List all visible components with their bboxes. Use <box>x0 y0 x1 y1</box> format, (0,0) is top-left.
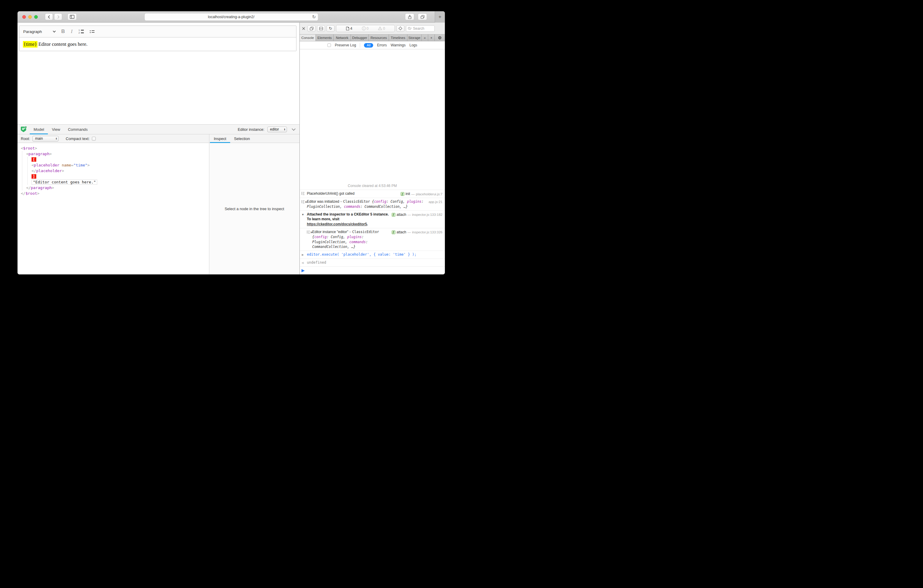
message-icon-cell: ▶ <box>302 199 305 204</box>
tree-node[interactable]: <paragraph> <box>18 151 209 157</box>
reload-page-button[interactable]: ↻ <box>327 25 335 32</box>
log-stack-icon <box>307 230 310 234</box>
disclosure-expanded-icon[interactable]: ▼ <box>302 213 304 217</box>
tree-node[interactable]: <$root> <box>18 145 209 151</box>
message-text: Attached the inspector to a CKEditor 5 i… <box>307 212 390 227</box>
placeholder-chip[interactable]: {time} <box>23 41 38 48</box>
indent-guide <box>22 151 22 191</box>
search-input[interactable]: Search <box>406 25 435 32</box>
tree-node[interactable]: </$root> <box>18 191 209 196</box>
editor-instance-select[interactable]: editor ▲▼ <box>267 126 287 132</box>
tab-overflow-button[interactable]: » <box>422 34 428 41</box>
console-prompt[interactable]: ▶ <box>300 267 445 274</box>
back-button[interactable] <box>45 13 53 20</box>
tab-timelines[interactable]: Timelines <box>389 34 407 41</box>
browser-window: localhost/creating-a-plugin2/ ↻ + Paragr… <box>18 11 445 274</box>
ckeditor-logo-icon: 5 <box>20 126 27 133</box>
tab-storage[interactable]: Storage <box>407 34 422 41</box>
preserve-log-checkbox[interactable] <box>327 43 331 47</box>
gear-icon <box>438 36 442 40</box>
address-bar[interactable]: localhost/creating-a-plugin2/ ↻ <box>144 13 318 21</box>
reload-icon[interactable]: ↻ <box>312 14 316 20</box>
bold-button[interactable]: B <box>61 28 65 34</box>
reload-icon: ↻ <box>329 26 332 31</box>
settings-button[interactable] <box>435 34 445 41</box>
zoom-window-button[interactable] <box>34 15 38 19</box>
ckeditor: Paragraph B I 1 2 {time} <box>19 26 296 51</box>
root-select[interactable]: main ▲▼ <box>33 136 59 141</box>
console-message[interactable]: ▶Editor was initialized – ClassicEditor … <box>300 198 445 211</box>
input-chevron-icon: > <box>302 252 305 257</box>
tree-node[interactable]: "Editor content goes here." <box>18 179 209 185</box>
message-text: Editor was initialized – ClassicEditor {… <box>307 199 427 209</box>
element-picker-button[interactable] <box>396 25 404 32</box>
filter-errors[interactable]: Errors <box>377 43 387 47</box>
console-link[interactable]: https://ckeditor.com/docs/ckeditor5 <box>307 222 367 226</box>
inspector-subtab-selection[interactable]: Selection <box>230 135 254 143</box>
editor-text: Editor content goes here. <box>38 41 87 47</box>
tab-network[interactable]: Network <box>333 34 351 41</box>
message-source[interactable]: app.js:21 <box>429 199 442 204</box>
forward-icon <box>56 15 60 19</box>
add-tab-button[interactable]: + <box>428 34 435 41</box>
editor-content[interactable]: {time} Editor content goes here. <box>19 38 296 51</box>
italic-button[interactable]: I <box>71 28 72 34</box>
filter-warnings[interactable]: Warnings <box>391 43 406 47</box>
inspect-empty-message: Select a node in the tree to inspect <box>225 207 284 211</box>
inspector-tab-model[interactable]: Model <box>30 125 48 135</box>
console-message[interactable]: PlaceholderUI#init() got calledfinit—pla… <box>300 190 445 198</box>
message-icon-cell: ▶ <box>307 230 311 234</box>
warning-count-badge: 0 <box>378 26 385 31</box>
close-devtools-button[interactable] <box>302 27 305 30</box>
paragraph-dropdown[interactable]: Paragraph <box>23 30 55 34</box>
filter-all[interactable]: All <box>364 43 373 48</box>
inspector-subtab-inspect[interactable]: Inspect <box>210 135 230 143</box>
detach-devtools-button[interactable] <box>307 25 315 32</box>
compact-text-checkbox[interactable] <box>92 137 96 141</box>
model-tree[interactable]: <$root><paragraph>[<placeholder name="ti… <box>18 143 209 274</box>
error-count-badge: 0 <box>362 26 369 31</box>
tab-resources[interactable]: Resources <box>369 34 389 41</box>
tab-elements[interactable]: Elements <box>316 34 333 41</box>
share-icon <box>407 15 412 19</box>
bulleted-list-button[interactable] <box>90 30 95 33</box>
sidebar-toggle-button[interactable] <box>67 13 77 20</box>
inspector-tab-commands[interactable]: Commands <box>64 125 91 135</box>
select-arrows-icon: ▲▼ <box>54 137 58 140</box>
console-cleared-message: Console cleared at 4:53:46 PM <box>300 182 445 190</box>
message-source[interactable]: fattach—inspector.js:133:326 <box>392 230 443 235</box>
new-tab-button[interactable]: + <box>435 11 445 23</box>
inspector-tab-view[interactable]: View <box>48 125 64 135</box>
console-message[interactable]: ▶Editor instance "editor" – ClassicEdito… <box>300 228 445 251</box>
numbered-list-button[interactable]: 1 2 <box>79 30 84 34</box>
preserve-log-label: Preserve Log <box>335 43 356 47</box>
message-text: PlaceholderUI#init() got called <box>307 191 399 196</box>
function-badge-icon: f <box>392 213 396 217</box>
dock-devtools-button[interactable] <box>317 25 325 32</box>
tree-node[interactable]: </placeholder> <box>18 168 209 174</box>
tree-node[interactable]: [ <box>18 157 209 162</box>
chevron-down-icon <box>53 30 56 33</box>
ckeditor-inspector: 5 Model View Commands Editor instance: e… <box>18 124 299 274</box>
share-button[interactable] <box>405 13 414 20</box>
tab-debugger[interactable]: Debugger <box>351 34 369 41</box>
console-messages: PlaceholderUI#init() got calledfinit—pla… <box>300 190 445 251</box>
log-stack-icon <box>302 200 305 203</box>
forward-button[interactable] <box>54 13 62 20</box>
tree-node[interactable]: ] <box>18 174 209 179</box>
message-source[interactable]: finit—placeholderui.js:7 <box>401 191 442 197</box>
console-message[interactable]: ▼Attached the inspector to a CKEditor 5 … <box>300 211 445 228</box>
tree-node[interactable]: <placeholder name="time"> <box>18 162 209 168</box>
document-icon <box>346 26 350 31</box>
tab-console[interactable]: Console <box>300 34 316 41</box>
collapse-inspector-chevron-icon[interactable] <box>292 127 296 131</box>
console-input-echo[interactable]: > editor.execute( 'placeholder', { value… <box>300 251 445 259</box>
resource-badges[interactable]: 4 0 0 <box>336 25 395 32</box>
tree-node[interactable]: </paragraph> <box>18 185 209 191</box>
message-source[interactable]: fattach—inspector.js:133:182 <box>392 212 443 217</box>
tab-overview-icon <box>420 15 425 19</box>
filter-logs[interactable]: Logs <box>409 43 417 47</box>
minimize-window-button[interactable] <box>28 15 32 19</box>
tab-overview-button[interactable] <box>418 13 427 20</box>
close-window-button[interactable] <box>22 15 26 19</box>
